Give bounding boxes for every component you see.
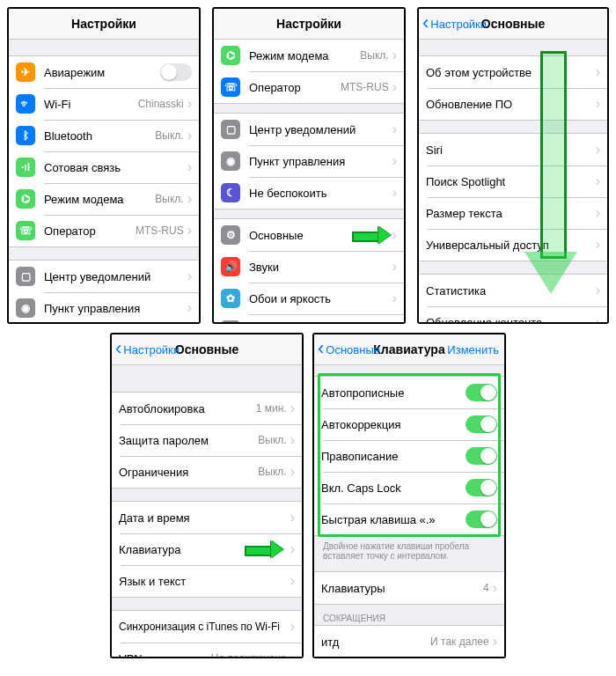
chevron-right-icon: › <box>290 650 295 658</box>
row-control-center[interactable]: ◉ Пункт управления › <box>9 292 199 323</box>
row-itunes-wifi[interactable]: Синхронизация с iTunes по Wi-Fi › <box>112 611 302 643</box>
row-label: Обновление контента <box>426 316 596 324</box>
row-period-shortcut[interactable]: Быстрая клавиша «.» <box>314 503 504 535</box>
wallpaper-icon: ✿ <box>221 289 240 308</box>
row-usage[interactable]: Статистика › <box>419 275 607 306</box>
row-label: Siri <box>426 143 596 157</box>
switch-period[interactable] <box>466 511 497 528</box>
row-spotlight[interactable]: Поиск Spotlight › <box>419 165 607 197</box>
row-label: Авиарежим <box>44 66 160 79</box>
page-title: Основные <box>175 342 239 356</box>
row-hotspot[interactable]: ⌬ Режим модема Выкл. › <box>9 183 199 215</box>
chevron-right-icon: › <box>290 541 295 557</box>
row-label: Режим модема <box>249 49 360 62</box>
row-language[interactable]: Язык и текст › <box>112 565 302 597</box>
chevron-right-icon: › <box>290 432 295 448</box>
navbar: Настройки <box>9 9 199 40</box>
switch-autocapitalize[interactable] <box>466 384 497 401</box>
group-header-shortcuts: СОКРАЩЕНИЯ <box>314 605 504 625</box>
row-control-center[interactable]: ◉ Пункт управления › <box>214 145 404 177</box>
row-wifi[interactable]: ᯤ Wi-Fi Chinasski › <box>9 88 199 120</box>
switch-capslock[interactable] <box>466 479 497 496</box>
row-label: Автопрописные <box>321 386 466 400</box>
row-spellcheck[interactable]: Правописание <box>314 440 504 472</box>
airplane-switch[interactable] <box>160 63 192 81</box>
chevron-right-icon: › <box>187 191 192 207</box>
switch-autocorrect[interactable] <box>466 415 497 433</box>
switch-spellcheck[interactable] <box>466 447 497 465</box>
row-value: 4 <box>483 582 489 594</box>
row-label: Быстрая клавиша «.» <box>321 513 466 526</box>
row-value: Выкл. <box>258 466 286 478</box>
carrier-icon: ☏ <box>16 221 35 240</box>
row-label: Клавиатура <box>119 543 245 556</box>
row-notifications[interactable]: ▢ Центр уведомлений › <box>214 114 404 145</box>
row-label: Автокоррекция <box>321 418 466 431</box>
page-title: Основные <box>481 17 546 31</box>
row-software-update[interactable]: Обновление ПО › <box>419 88 607 120</box>
chevron-right-icon: › <box>596 64 600 80</box>
notifications-icon: ▢ <box>16 267 35 286</box>
row-label: Правописание <box>321 450 466 463</box>
back-button[interactable]: Настройки <box>422 18 487 31</box>
control-center-icon: ◉ <box>16 298 35 318</box>
row-wallpaper[interactable]: ✿ Обои и яркость › <box>214 283 404 314</box>
row-label: Оператор <box>44 224 136 238</box>
row-dnd[interactable]: ☾ Не беспокоить › <box>214 177 404 209</box>
row-cellular[interactable]: ·ıl Сотовая связь › <box>9 151 199 183</box>
row-autocapitalize[interactable]: Автопрописные <box>314 377 504 408</box>
row-label: Поиск Spotlight <box>426 175 596 188</box>
screenshot-general-1: Настройки Основные Об этом устройстве › … <box>417 7 609 324</box>
row-label: VPN <box>119 652 211 658</box>
row-vpn[interactable]: VPN Не подключено › <box>112 643 302 658</box>
row-value: Не подключено <box>211 652 287 658</box>
row-text-size[interactable]: Размер текста › <box>419 197 607 229</box>
row-carrier[interactable]: ☏ Оператор MTS-RUS › <box>214 71 404 103</box>
back-button[interactable]: Настройки <box>115 343 180 356</box>
row-siri[interactable]: Siri › <box>419 134 607 165</box>
row-notifications[interactable]: ▢ Центр уведомлений › <box>9 261 199 292</box>
chevron-right-icon: › <box>596 96 600 112</box>
row-label: Пункт управления <box>249 155 392 168</box>
chevron-right-icon: › <box>493 634 497 650</box>
row-label: Центр уведомлений <box>44 270 187 283</box>
row-label: Об этом устройстве <box>426 66 596 79</box>
row-label: Язык и текст <box>119 575 290 588</box>
row-keyboards[interactable]: Клавиатуры 4 › <box>314 572 504 604</box>
chevron-right-icon: › <box>187 300 192 316</box>
row-date-time[interactable]: Дата и время › <box>112 502 302 533</box>
row-shortcut[interactable]: итд И так далее › <box>314 626 504 658</box>
row-keyboard[interactable]: Клавиатура › <box>112 533 302 565</box>
row-label: Статистика <box>426 284 596 298</box>
row-autolock[interactable]: Автоблокировка 1 мин. › <box>112 393 302 424</box>
row-about[interactable]: Об этом устройстве › <box>419 56 607 88</box>
row-autocorrect[interactable]: Автокоррекция <box>314 408 504 440</box>
chevron-right-icon: › <box>392 290 397 306</box>
chevron-right-icon: › <box>596 237 600 253</box>
row-hotspot[interactable]: ⌬ Режим модема Выкл. › <box>214 40 404 71</box>
row-bluetooth[interactable]: ᛒ Bluetooth Выкл. › <box>9 120 199 151</box>
row-accessibility[interactable]: Универсальный доступ › <box>419 229 607 261</box>
back-button[interactable]: Основные <box>318 343 380 356</box>
row-label: Размер текста <box>426 207 596 220</box>
row-airplane-mode[interactable]: ✈ Авиарежим <box>9 56 199 88</box>
row-passcode[interactable]: Защита паролем Выкл. › <box>112 424 302 456</box>
edit-button[interactable]: Изменить <box>447 343 499 356</box>
row-restrictions[interactable]: Ограничения Выкл. › <box>112 456 302 488</box>
row-general[interactable]: ⚙ Основные › <box>214 219 404 251</box>
gear-icon: ⚙ <box>221 225 240 245</box>
row-value: 1 мин. <box>256 402 287 415</box>
navbar: Настройки Основные <box>419 9 607 40</box>
notifications-icon: ▢ <box>221 120 240 139</box>
chevron-right-icon: › <box>187 159 192 175</box>
chevron-right-icon: › <box>596 173 600 189</box>
navbar: Настройки <box>214 9 404 40</box>
page-title: Настройки <box>71 17 136 31</box>
row-label: Звуки <box>249 261 392 274</box>
footnote: Двойное нажатие клавиши пробела вставляе… <box>314 536 504 562</box>
row-privacy[interactable]: ✋ Приватность › <box>214 314 404 323</box>
row-capslock[interactable]: Вкл. Caps Lock <box>314 472 504 503</box>
row-sounds[interactable]: 🔊 Звуки › <box>214 251 404 283</box>
row-background-refresh[interactable]: Обновление контента › <box>419 306 607 323</box>
row-carrier[interactable]: ☏ Оператор MTS-RUS › <box>9 215 199 246</box>
